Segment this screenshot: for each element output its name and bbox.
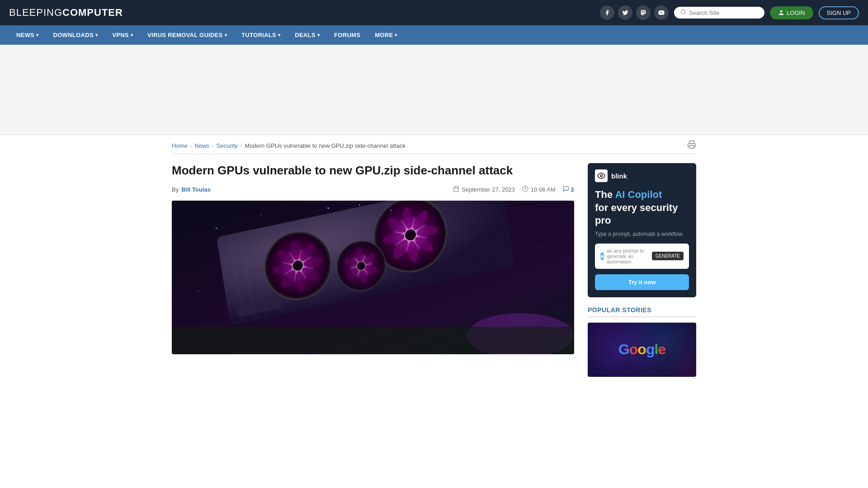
- ad-try-button[interactable]: Try it now: [595, 274, 689, 290]
- nav-tutorials[interactable]: TUTORIALS ▾: [234, 25, 288, 45]
- comments-link[interactable]: 2: [563, 186, 574, 193]
- gpu-visual: [172, 201, 574, 354]
- chevron-down-icon: ▾: [131, 33, 133, 38]
- breadcrumb-security[interactable]: Security: [217, 142, 238, 149]
- ad-subtitle: Type a prompt, automate a workflow.: [595, 231, 689, 237]
- svg-line-2: [684, 13, 685, 14]
- ad-tagline-plain: The: [595, 189, 615, 200]
- logo-text-bold: COMPUTER: [62, 7, 123, 18]
- svg-rect-5: [454, 187, 459, 192]
- chevron-down-icon: ▾: [278, 33, 280, 38]
- breadcrumb-separator: ›: [212, 143, 214, 149]
- site-header: BLEEPINGCOMPUTER LOGIN: [0, 0, 868, 25]
- chevron-down-icon: ▾: [95, 33, 98, 38]
- sidebar-column: blink The AI Copilot for every security …: [588, 163, 696, 377]
- signup-button[interactable]: SIGN UP: [819, 6, 859, 19]
- svg-point-60: [600, 175, 603, 177]
- breadcrumb-separator: ›: [241, 143, 242, 149]
- svg-point-3: [780, 10, 783, 13]
- search-icon: [680, 9, 686, 16]
- comments-count: 2: [571, 186, 574, 193]
- logo-text-regular: BLEEPING: [9, 7, 62, 18]
- blink-ad: blink The AI Copilot for every security …: [588, 163, 696, 297]
- ad-input-dot-icon: ◉: [600, 252, 604, 260]
- ad-tagline: The AI Copilot for every security pro: [595, 188, 689, 227]
- author-link[interactable]: Bill Toulas: [181, 186, 211, 193]
- ad-generate-button[interactable]: GENERATE: [652, 252, 684, 260]
- social-icons: [600, 5, 669, 20]
- time-text: 10:06 AM: [531, 186, 556, 193]
- ad-banner: [0, 45, 868, 135]
- popular-stories: POPULAR STORIES Google: [588, 306, 696, 377]
- article-meta-right: September 27, 2023 10:06 AM 2: [453, 186, 574, 193]
- login-label: LOGIN: [787, 9, 805, 16]
- signup-label: SIGN UP: [827, 9, 851, 16]
- calendar-icon: [453, 186, 459, 193]
- article-meta: By Bill Toulas September 27, 2023: [172, 186, 574, 193]
- popular-story-image[interactable]: Google: [588, 323, 696, 377]
- ad-input-inner: ◉ an any prompt to generate an automatio…: [600, 248, 648, 264]
- article-time: 10:06 AM: [522, 186, 556, 193]
- breadcrumb: Home › News › Security › Modern GPUs vul…: [172, 135, 696, 154]
- site-logo[interactable]: BLEEPINGCOMPUTER: [9, 7, 123, 19]
- date-text: September 27, 2023: [462, 186, 515, 193]
- svg-point-1: [681, 10, 685, 14]
- svg-point-16: [198, 290, 199, 291]
- svg-point-58: [359, 204, 360, 206]
- breadcrumb-news[interactable]: News: [194, 142, 209, 149]
- nav-more[interactable]: MORE ▾: [368, 25, 405, 45]
- content-wrapper: Home › News › Security › Modern GPUs vul…: [163, 135, 705, 386]
- google-logo: Google: [618, 341, 665, 358]
- svg-rect-4: [689, 145, 694, 149]
- breadcrumb-current: Modern GPUs vulnerable to new GPU.zip si…: [245, 142, 406, 149]
- svg-point-59: [390, 209, 392, 211]
- nav-news[interactable]: NEWS ▾: [9, 25, 46, 45]
- header-right: LOGIN SIGN UP: [600, 5, 859, 20]
- svg-point-12: [216, 227, 217, 229]
- blink-brand-name: blink: [611, 172, 627, 180]
- search-input[interactable]: [689, 9, 758, 16]
- main-layout: Modern GPUs vulnerable to new GPU.zip si…: [172, 154, 696, 386]
- comment-icon: [563, 186, 569, 193]
- by-label: By: [172, 186, 179, 193]
- nav-vpns[interactable]: VPNS ▾: [105, 25, 140, 45]
- chevron-down-icon: ▾: [395, 33, 397, 38]
- nav-forums[interactable]: FORUMS: [327, 25, 368, 45]
- ad-input-box: ◉ an any prompt to generate an automatio…: [595, 244, 689, 269]
- main-nav: NEWS ▾ DOWNLOADS ▾ VPNS ▾ VIRUS REMOVAL …: [0, 25, 868, 45]
- search-box[interactable]: [674, 7, 764, 19]
- svg-rect-56: [172, 327, 574, 353]
- popular-stories-title: POPULAR STORIES: [588, 306, 696, 317]
- blink-logo: [595, 169, 608, 182]
- chevron-down-icon: ▾: [36, 33, 38, 38]
- article-image: [172, 201, 574, 354]
- ad-header: blink: [588, 163, 696, 187]
- print-icon[interactable]: [687, 140, 696, 151]
- ad-input-placeholder: an any prompt to generate an automation: [607, 248, 648, 264]
- clock-icon: [522, 186, 528, 193]
- youtube-icon[interactable]: [654, 5, 669, 20]
- login-button[interactable]: LOGIN: [770, 6, 813, 19]
- article-title: Modern GPUs vulnerable to new GPU.zip si…: [172, 163, 574, 178]
- nav-virus-removal[interactable]: VIRUS REMOVAL GUIDES ▾: [140, 25, 234, 45]
- article-date: September 27, 2023: [453, 186, 515, 193]
- breadcrumb-home[interactable]: Home: [172, 142, 188, 149]
- facebook-icon[interactable]: [600, 5, 614, 20]
- article-meta-left: By Bill Toulas: [172, 186, 211, 193]
- chevron-down-icon: ▾: [225, 33, 227, 38]
- chevron-down-icon: ▾: [317, 33, 320, 38]
- breadcrumb-separator: ›: [190, 143, 192, 149]
- ad-body: The AI Copilot for every security pro Ty…: [588, 187, 696, 297]
- twitter-icon[interactable]: [618, 5, 632, 20]
- svg-point-57: [327, 207, 329, 209]
- ad-tagline-highlight: AI Copilot: [615, 189, 662, 200]
- nav-deals[interactable]: DEALS ▾: [288, 25, 327, 45]
- google-logo-text: Google: [618, 341, 665, 357]
- article-column: Modern GPUs vulnerable to new GPU.zip si…: [172, 163, 574, 377]
- nav-downloads[interactable]: DOWNLOADS ▾: [46, 25, 105, 45]
- svg-point-13: [260, 214, 262, 216]
- mastodon-icon[interactable]: [636, 5, 651, 20]
- svg-point-15: [538, 245, 539, 247]
- ad-tagline-rest: for every security pro: [595, 202, 678, 226]
